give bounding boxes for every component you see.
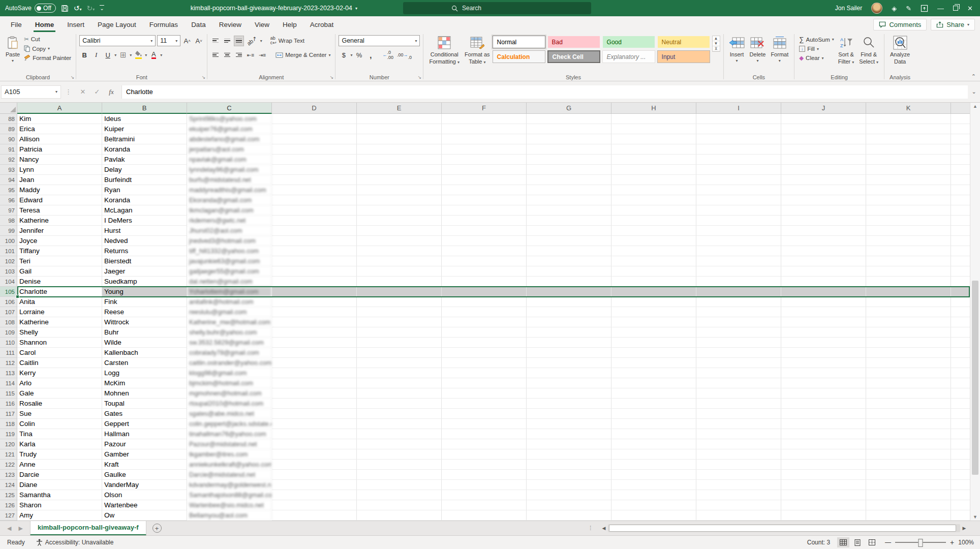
cell-C90[interactable]: abdestefano@gmail.com bbox=[187, 134, 272, 144]
increase-decimal-icon[interactable]: ←.0.00 bbox=[381, 50, 394, 60]
style-explanatory[interactable]: Explanatory ... bbox=[602, 50, 655, 63]
cell-H117[interactable] bbox=[611, 409, 696, 419]
cell-G115[interactable] bbox=[527, 388, 611, 399]
cell-I92[interactable] bbox=[696, 155, 781, 165]
cell-I96[interactable] bbox=[696, 195, 781, 205]
cell-B101[interactable]: Returns bbox=[102, 246, 187, 256]
cell-I103[interactable] bbox=[696, 266, 781, 277]
cell-B126[interactable]: Wartenbee bbox=[102, 500, 187, 510]
cancel-icon[interactable]: ✕ bbox=[76, 88, 90, 96]
cell-J88[interactable] bbox=[781, 114, 866, 124]
cell-H97[interactable] bbox=[611, 205, 696, 216]
cell-F115[interactable] bbox=[442, 388, 527, 399]
cell-D122[interactable] bbox=[272, 460, 357, 470]
user-name[interactable]: Jon Sailer bbox=[835, 5, 862, 12]
cell-H111[interactable] bbox=[611, 348, 696, 358]
status-count[interactable]: Count: 3 bbox=[807, 539, 830, 546]
cell-B116[interactable]: Toupal bbox=[102, 399, 187, 409]
cell-H108[interactable] bbox=[611, 317, 696, 327]
cell-H122[interactable] bbox=[611, 460, 696, 470]
cell-F102[interactable] bbox=[442, 256, 527, 266]
cell-J107[interactable] bbox=[781, 307, 866, 317]
cell-H120[interactable] bbox=[611, 439, 696, 449]
cell-G111[interactable] bbox=[527, 348, 611, 358]
row-header-103[interactable]: 103 bbox=[0, 266, 17, 277]
cell-E106[interactable] bbox=[357, 297, 442, 307]
cell-H123[interactable] bbox=[611, 470, 696, 480]
document-title-area[interactable]: kimball-popcorn-ball-giveaway-february-2… bbox=[191, 5, 357, 12]
cell-G118[interactable] bbox=[527, 419, 611, 429]
cell-J126[interactable] bbox=[781, 500, 866, 510]
cell-E110[interactable] bbox=[357, 338, 442, 348]
cell-A89[interactable]: Erica bbox=[17, 124, 102, 134]
cell-E104[interactable] bbox=[357, 277, 442, 287]
comments-button[interactable]: Comments bbox=[873, 19, 927, 30]
cell-D127[interactable] bbox=[272, 510, 357, 521]
cell-A95[interactable]: Maddy bbox=[17, 185, 102, 195]
cell-G113[interactable] bbox=[527, 368, 611, 378]
style-neutral[interactable]: Neutral bbox=[657, 36, 710, 48]
cell-F98[interactable] bbox=[442, 216, 527, 226]
cell-K91[interactable] bbox=[866, 144, 951, 155]
cell-C116[interactable]: rtoupal2010@hotmail.com bbox=[187, 399, 272, 409]
cell-A106[interactable]: Anita bbox=[17, 297, 102, 307]
cell-E125[interactable] bbox=[357, 490, 442, 500]
enter-icon[interactable]: ✓ bbox=[90, 88, 104, 96]
cell-F89[interactable] bbox=[442, 124, 527, 134]
delete-cells-button[interactable]: Delete▾ bbox=[747, 34, 769, 65]
middle-align-icon[interactable] bbox=[222, 36, 232, 46]
cell-C93[interactable]: lynndelay96@gmail.com bbox=[187, 165, 272, 175]
column-header-A[interactable]: A bbox=[17, 103, 102, 114]
cell-B99[interactable]: Hurst bbox=[102, 226, 187, 236]
sheet-nav-left-icon[interactable]: ◀ bbox=[7, 525, 11, 532]
cell-D115[interactable] bbox=[272, 388, 357, 399]
pen-icon[interactable]: ✎ bbox=[906, 5, 911, 12]
cell-B108[interactable]: Wittrock bbox=[102, 317, 187, 327]
cell-I112[interactable] bbox=[696, 358, 781, 368]
accessibility-status[interactable]: Accessibility: Unavailable bbox=[36, 539, 114, 546]
cell-G96[interactable] bbox=[527, 195, 611, 205]
cell-J109[interactable] bbox=[781, 327, 866, 338]
normal-view-icon[interactable] bbox=[837, 537, 849, 547]
row-header-93[interactable]: 93 bbox=[0, 165, 17, 175]
cell-A108[interactable]: Katherine bbox=[17, 317, 102, 327]
cell-B90[interactable]: Beltramini bbox=[102, 134, 187, 144]
cell-G127[interactable] bbox=[527, 510, 611, 521]
cell-I88[interactable] bbox=[696, 114, 781, 124]
cell-J94[interactable] bbox=[781, 175, 866, 185]
percent-format-icon[interactable]: % bbox=[354, 50, 364, 60]
row-header-126[interactable]: 126 bbox=[0, 500, 17, 510]
sheet-nav-right-icon[interactable]: ▶ bbox=[18, 525, 22, 532]
cell-B127[interactable]: Ow bbox=[102, 510, 187, 521]
comma-format-icon[interactable]: , bbox=[365, 50, 376, 60]
top-align-icon[interactable] bbox=[210, 36, 221, 46]
cell-A104[interactable]: Denise bbox=[17, 277, 102, 287]
cell-D93[interactable] bbox=[272, 165, 357, 175]
cell-J106[interactable] bbox=[781, 297, 866, 307]
cell-J117[interactable] bbox=[781, 409, 866, 419]
cell-H114[interactable] bbox=[611, 378, 696, 388]
cell-J100[interactable] bbox=[781, 236, 866, 246]
cell-K95[interactable] bbox=[866, 185, 951, 195]
cell-J98[interactable] bbox=[781, 216, 866, 226]
cell-A96[interactable]: Edward bbox=[17, 195, 102, 205]
cell-H121[interactable] bbox=[611, 449, 696, 460]
cell-H119[interactable] bbox=[611, 429, 696, 439]
cell-G91[interactable] bbox=[527, 144, 611, 155]
cell-J120[interactable] bbox=[781, 439, 866, 449]
cell-B95[interactable]: Ryan bbox=[102, 185, 187, 195]
cell-C126[interactable]: Wartenbee@sio.midco.net bbox=[187, 500, 272, 510]
cell-B106[interactable]: Fink bbox=[102, 297, 187, 307]
row-header-99[interactable]: 99 bbox=[0, 226, 17, 236]
cell-J99[interactable] bbox=[781, 226, 866, 236]
cell-B100[interactable]: Nedved bbox=[102, 236, 187, 246]
cell-C111[interactable]: cobralady78@gmail.com bbox=[187, 348, 272, 358]
number-format-select[interactable]: General▾ bbox=[339, 35, 420, 46]
cell-G89[interactable] bbox=[527, 124, 611, 134]
row-header-92[interactable]: 92 bbox=[0, 155, 17, 165]
cell-H100[interactable] bbox=[611, 236, 696, 246]
cell-E122[interactable] bbox=[357, 460, 442, 470]
cell-E105[interactable] bbox=[357, 287, 442, 297]
cell-K102[interactable] bbox=[866, 256, 951, 266]
zoom-level[interactable]: 100% bbox=[958, 539, 974, 546]
